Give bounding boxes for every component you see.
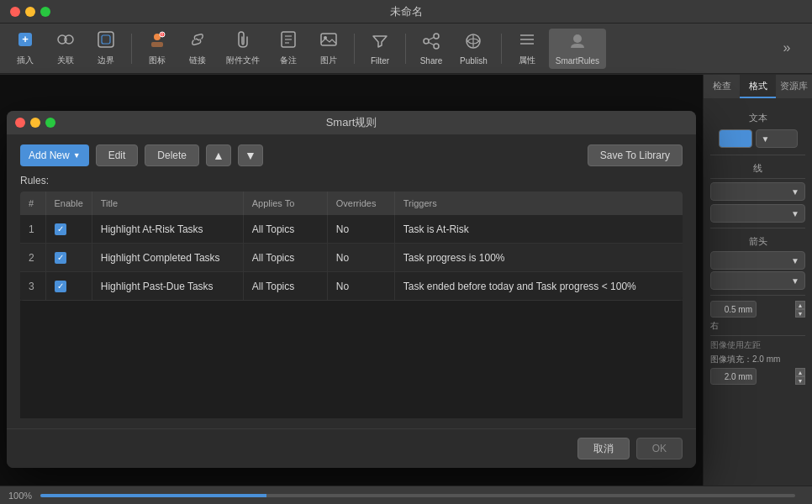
share-icon	[422, 32, 440, 55]
text-style-dropdown[interactable]: ▼	[756, 129, 798, 148]
move-down-button[interactable]: ▼	[238, 144, 263, 166]
row3-num: 3	[20, 272, 45, 301]
image-fill-label: 图像填充：2.0 mm	[710, 354, 805, 365]
fill-stepper-up[interactable]: ▲	[795, 368, 805, 376]
more-icon: »	[783, 40, 791, 55]
toolbar-insert[interactable]: + 插入	[7, 27, 44, 70]
table-row[interactable]: 3 ✓ Highlight Past-Due Tasks All Topics …	[20, 272, 683, 301]
row1-title: Highlight At-Risk Tasks	[92, 215, 243, 244]
toolbar-image[interactable]: 图片	[310, 27, 347, 70]
note-icon	[279, 30, 298, 53]
col-overrides: Overrides	[327, 192, 394, 215]
line-weight-dropdown[interactable]: ▼	[710, 204, 805, 223]
checkbox-3[interactable]: ✓	[55, 281, 66, 292]
minimize-button[interactable]	[25, 7, 35, 17]
color-picker-row: ▼	[710, 128, 805, 150]
col-triggers: Triggers	[394, 192, 683, 215]
arrow-end-dropdown[interactable]: ▼	[710, 271, 805, 290]
row1-enable[interactable]: ✓	[45, 215, 92, 244]
smart-rules-dialog: Smart规则 Add New ▼ Edit Delete ▲	[7, 111, 696, 469]
col-enable: Enable	[45, 192, 92, 215]
tab-inspect[interactable]: 检查	[704, 75, 740, 98]
toolbar-more[interactable]: »	[768, 37, 805, 60]
fill-stepper-down[interactable]: ▼	[795, 376, 805, 385]
stepper-down[interactable]: ▼	[795, 309, 805, 318]
stepper-up[interactable]: ▲	[795, 301, 805, 309]
table-empty-area	[20, 301, 683, 418]
toolbar-icon-item[interactable]: ! 图标	[139, 27, 176, 70]
tab-format[interactable]: 格式	[740, 75, 776, 98]
dialog-body: Add New ▼ Edit Delete ▲ ▼ Save To Librar…	[7, 134, 696, 429]
fill-stepper[interactable]: ▲ ▼	[795, 368, 805, 385]
delete-button[interactable]: Delete	[145, 144, 199, 166]
close-button[interactable]	[10, 7, 20, 17]
toolbar-filter[interactable]: Filter	[361, 29, 398, 69]
link-icon	[188, 30, 207, 53]
col-applies-to: Applies To	[243, 192, 327, 215]
scroll-position	[40, 494, 266, 497]
up-arrow-icon: ▲	[213, 149, 224, 162]
fill-value-row: 2.0 mm ▲ ▼	[710, 368, 805, 385]
dialog-minimize-btn[interactable]	[30, 118, 40, 128]
panel-tabs: 检查 格式 资源库	[704, 75, 812, 98]
icon-item-icon: !	[148, 30, 166, 53]
dialog-close-btn[interactable]	[15, 118, 25, 128]
toolbar-share-label: Share	[420, 56, 443, 66]
table-row[interactable]: 2 ✓ Highlight Completed Tasks All Topics…	[20, 244, 683, 272]
panel-separator-3	[710, 228, 805, 228]
toolbar-publish[interactable]: Publish	[453, 29, 494, 69]
text-section-label: 文本	[710, 112, 805, 124]
move-up-button[interactable]: ▲	[206, 144, 231, 166]
panel-format-content: 文本 ▼ 线 ▼ ▼ 箭头 ▼	[704, 98, 812, 394]
col-title: Title	[92, 192, 243, 215]
toolbar-smartrules[interactable]: SmartRules	[549, 29, 606, 69]
line-width-input[interactable]: 0.5 mm	[710, 301, 757, 318]
fill-input[interactable]: 2.0 mm	[710, 368, 757, 385]
ok-button[interactable]: OK	[636, 438, 683, 459]
main-toolbar: + 插入 关联 边界 ! 图标 链接 附件文件 备注	[0, 24, 812, 74]
dialog-maximize-btn[interactable]	[45, 118, 55, 128]
table-row[interactable]: 1 ✓ Highlight At-Risk Tasks All Topics N…	[20, 215, 683, 244]
toolbar-border[interactable]: 边界	[87, 27, 124, 70]
color-swatch[interactable]	[719, 129, 752, 148]
image-icon	[319, 30, 338, 53]
cancel-button[interactable]: 取消	[577, 438, 630, 459]
toolbar-link[interactable]: 链接	[179, 27, 216, 70]
line-style-dropdown[interactable]: ▼	[710, 182, 805, 201]
line-width-row: 0.5 mm ▲ ▼	[710, 301, 805, 318]
modal-overlay: Smart规则 Add New ▼ Edit Delete ▲	[0, 75, 703, 504]
toolbar-share[interactable]: Share	[413, 29, 450, 69]
rules-label: Rules:	[20, 175, 683, 186]
add-new-button[interactable]: Add New ▼	[20, 144, 89, 166]
toolbar-associate-label: 关联	[57, 55, 74, 66]
toolbar-associate[interactable]: 关联	[47, 27, 84, 70]
svg-rect-7	[151, 42, 163, 47]
arrow-start-dropdown[interactable]: ▼	[710, 251, 805, 270]
toolbar-attachment[interactable]: 附件文件	[219, 27, 266, 70]
checkbox-1[interactable]: ✓	[55, 223, 66, 235]
svg-point-19	[434, 44, 439, 49]
toolbar-properties[interactable]: 属性	[509, 27, 546, 70]
maximize-button[interactable]	[40, 7, 50, 17]
row2-enable[interactable]: ✓	[45, 244, 92, 272]
filter-icon	[371, 32, 389, 55]
save-library-button[interactable]: Save To Library	[588, 144, 683, 166]
line-width-stepper[interactable]: ▲ ▼	[795, 301, 805, 318]
associate-icon	[56, 30, 75, 53]
svg-point-27	[573, 34, 582, 43]
svg-point-17	[434, 34, 439, 39]
row3-triggers: Task ended before today and Task progres…	[394, 272, 683, 301]
svg-rect-5	[102, 35, 110, 44]
row3-enable[interactable]: ✓	[45, 272, 92, 301]
svg-line-20	[429, 37, 434, 39]
scroll-bar[interactable]	[40, 494, 795, 497]
toolbar-note-label: 备注	[280, 55, 297, 66]
panel-separator-5	[710, 335, 805, 336]
edit-button[interactable]: Edit	[96, 144, 139, 166]
toolbar-note[interactable]: 备注	[270, 27, 307, 70]
toolbar-border-label: 边界	[98, 55, 114, 66]
row2-applies-to: All Topics	[243, 244, 327, 272]
svg-text:+: +	[22, 33, 29, 45]
checkbox-2[interactable]: ✓	[55, 252, 66, 264]
tab-library[interactable]: 资源库	[776, 75, 812, 98]
